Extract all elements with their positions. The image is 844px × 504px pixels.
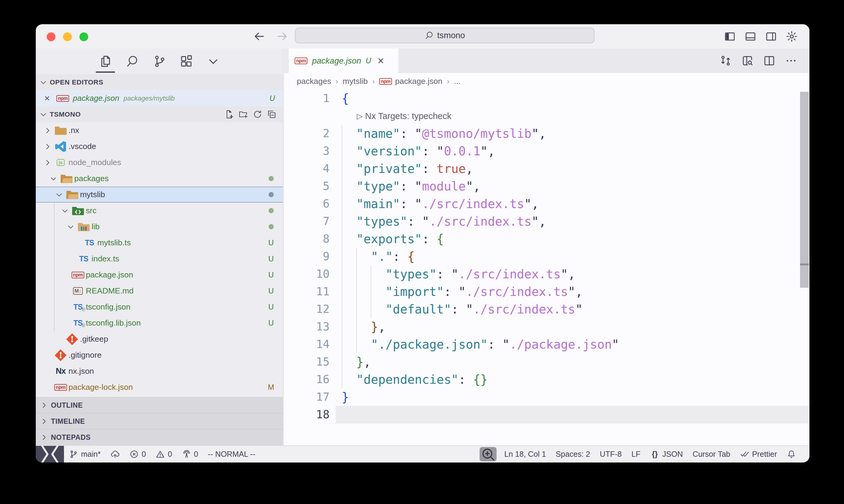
sidebar-item-gitkeep[interactable]: .gitkeep (36, 331, 283, 347)
new-file-icon[interactable] (224, 109, 234, 119)
line-number: 16 (284, 371, 329, 388)
sidebar-item-package-json[interactable]: npmpackage.jsonU (36, 267, 283, 283)
indent-guide (342, 336, 342, 353)
activity-explorer-icon[interactable] (98, 54, 113, 69)
sidebar-item-tsconfig-json[interactable]: TStsconfig.jsonU (36, 299, 283, 315)
breadcrumb-item-[interactable]: ... (454, 77, 461, 86)
sidebar-item-packages[interactable]: packages (36, 170, 283, 186)
folder-src-icon (71, 203, 85, 218)
indent-guide (54, 203, 55, 331)
minimize-window-button[interactable] (63, 32, 72, 41)
ts-gear-icon: TS (71, 319, 85, 327)
sidebar-item-node-modules[interactable]: jsnode_modules (36, 155, 283, 170)
breadcrumb-item-mytslib[interactable]: mytslib (343, 77, 367, 86)
panel-timeline[interactable]: TIMELINE (36, 413, 283, 429)
sidebar-item-tsconfig-lib-json[interactable]: TStsconfig.lib.jsonU (36, 315, 283, 331)
npm-icon: npm (71, 272, 85, 278)
git-status-badge: U (266, 270, 276, 279)
statusbar-warnings[interactable]: 0 (156, 449, 172, 459)
forward-button[interactable] (276, 30, 289, 43)
ellipsis-icon[interactable] (785, 55, 797, 67)
activity-search-icon[interactable] (125, 54, 139, 69)
statusbar-vim-mode[interactable]: -- NORMAL -- (208, 450, 255, 458)
breadcrumb-item-package-json[interactable]: npmpackage.json (379, 77, 442, 86)
toggle-panel-icon[interactable] (744, 30, 757, 43)
sidebar-item-mytslib-ts[interactable]: TSmytslib.tsU (36, 235, 283, 251)
statusbar-eol[interactable]: LF (632, 450, 641, 458)
statusbar-errors[interactable]: 0 (130, 449, 146, 459)
sidebar-item-package-lock-json[interactable]: npmpackage-lock.jsonM (36, 379, 283, 395)
file-label: README.md (86, 286, 134, 295)
git-status-badge: U (270, 94, 275, 103)
titlebar: tsmono (36, 24, 809, 49)
sidebar-item-nx-json[interactable]: Nxnx.json (36, 363, 283, 379)
close-window-button[interactable] (47, 32, 55, 41)
maximize-window-button[interactable] (80, 32, 88, 41)
statusbar-indentation[interactable]: Spaces: 2 (556, 450, 590, 458)
code-line-7: 7 "types": "./src/index.ts", (284, 213, 809, 230)
open-editors-header[interactable]: OPEN EDITORS (36, 74, 283, 90)
sidebar-item-index-ts[interactable]: TSindex.tsU (36, 251, 283, 267)
statusbar-notifications[interactable] (787, 449, 796, 459)
statusbar-encoding[interactable]: UTF-8 (600, 450, 622, 458)
folder-open-icon (59, 172, 74, 186)
panel-outline[interactable]: OUTLINE (36, 397, 283, 413)
sidebar-item-gitignore[interactable]: .gitignore (36, 347, 283, 363)
indent-guide (356, 301, 357, 318)
folder-icon (53, 123, 68, 138)
toggle-secondary-sidebar-icon[interactable] (765, 30, 777, 43)
file-label: package.json (86, 270, 133, 280)
refresh-icon[interactable] (253, 109, 262, 119)
statusbar-cursor-tab[interactable]: Cursor Tab (693, 450, 730, 458)
toggle-sidebar-icon[interactable] (724, 30, 736, 43)
activity-extensions-icon[interactable] (179, 54, 193, 69)
explorer-header[interactable]: TSMONO (36, 106, 283, 122)
new-folder-icon[interactable] (238, 109, 248, 119)
statusbar-formatter[interactable]: Prettier (740, 449, 777, 459)
sidebar-item-readme-md[interactable]: M↓README.mdU (36, 283, 283, 299)
sidebar-item-lib[interactable]: lib (36, 219, 283, 235)
indent-guide (356, 318, 357, 336)
statusbar-language-mode[interactable]: {}JSON (650, 449, 683, 459)
collapse-all-icon[interactable] (267, 109, 277, 119)
close-tab-icon[interactable]: × (377, 55, 384, 66)
git-status-badge: U (266, 303, 276, 311)
codelens[interactable]: ▷Nx Targets: typecheck (357, 107, 451, 125)
indent-guide (356, 265, 357, 283)
double-check-icon (740, 449, 750, 459)
status-bar: main*000-- NORMAL -- Ln 18, Col 1Spaces:… (36, 445, 809, 463)
statusbar-sync-changes[interactable] (110, 449, 120, 459)
indent-guide (342, 195, 342, 213)
ts-icon: TS (76, 254, 91, 263)
command-center-search[interactable]: tsmono (295, 28, 595, 43)
run-icon: ▷ (357, 107, 363, 125)
preview-icon[interactable] (741, 55, 754, 67)
code-editor[interactable]: 1{▷Nx Targets: typecheck2 "name": "@tsmo… (284, 90, 809, 445)
sidebar-item-src[interactable]: src (36, 203, 283, 219)
compare-icon[interactable] (719, 55, 732, 67)
error-icon (130, 449, 139, 459)
remote-indicator[interactable] (36, 446, 64, 463)
ts-gear-icon: TS (71, 303, 85, 311)
panel-notepads[interactable]: NOTEPADS (36, 429, 283, 445)
activity-source-control-icon[interactable] (152, 54, 167, 69)
sidebar-item-vscode[interactable]: .vscode (36, 139, 283, 155)
open-editor-item[interactable]: ×npmpackage.jsonpackages/mytslibU (36, 90, 283, 106)
activity-more-views-icon[interactable] (206, 54, 220, 69)
panel-label: TIMELINE (51, 417, 85, 426)
back-button[interactable] (253, 30, 265, 43)
breadcrumb-item-packages[interactable]: packages (297, 77, 331, 86)
gear-icon[interactable] (786, 30, 798, 43)
sidebar-item-mytslib[interactable]: mytslib (36, 186, 283, 203)
scrollbar[interactable] (800, 92, 809, 288)
close-editor-icon[interactable]: × (44, 93, 56, 104)
tab-package-json[interactable]: npm package.json U × (289, 49, 398, 73)
chevron-down-icon (48, 174, 59, 183)
statusbar-cursor-position[interactable]: Ln 18, Col 1 (504, 450, 546, 458)
statusbar-ports[interactable]: 0 (182, 449, 198, 459)
zoom-indicator[interactable] (480, 447, 497, 461)
statusbar-git-branch[interactable]: main* (69, 449, 101, 459)
split-icon[interactable] (763, 55, 775, 67)
line-number: 9 (284, 248, 329, 265)
sidebar-item-nx[interactable]: .nx (36, 122, 283, 139)
